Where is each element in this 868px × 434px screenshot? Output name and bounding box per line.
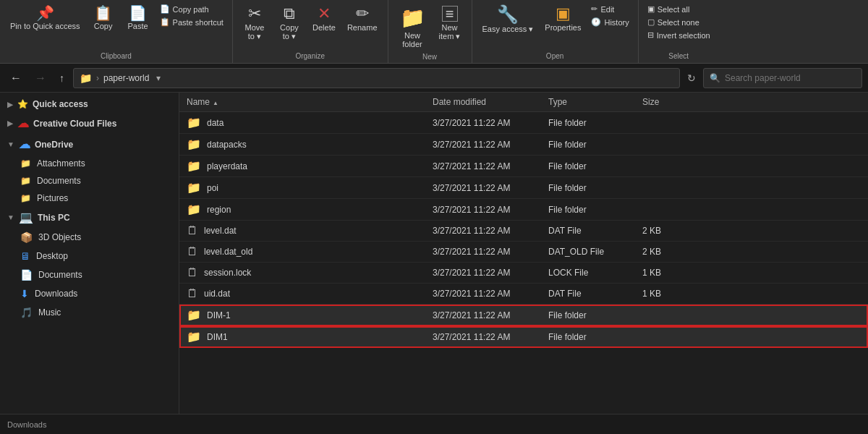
- ribbon-group-select: ▣ Select all ▢ Select none ⊟ Invert sele…: [639, 0, 719, 63]
- sidebar-item-pictures[interactable]: 📁 Pictures: [0, 190, 179, 207]
- file-date: 3/27/2021 11:22 AM: [425, 161, 541, 171]
- newitem-button[interactable]: ≡ Newitem ▾: [434, 3, 466, 44]
- header-size[interactable]: Size: [635, 97, 693, 107]
- copyto-button[interactable]: ⧉ Copyto ▾: [273, 3, 305, 44]
- search-box[interactable]: 🔍: [703, 68, 862, 88]
- file-date: 3/27/2021 11:22 AM: [425, 332, 541, 342]
- pin-button[interactable]: 📌 Pin to Quick access: [6, 3, 85, 33]
- table-row[interactable]: 🗒 level.dat_old 3/27/2021 11:22 AM DAT_O…: [179, 242, 868, 263]
- selectall-button[interactable]: ▣ Select all: [644, 3, 713, 15]
- sidebar-item-documents2[interactable]: 📄 Documents: [0, 265, 179, 284]
- table-row[interactable]: 📁 poi 3/27/2021 11:22 AM File folder: [179, 177, 868, 199]
- pasteshortcut-label: Paste shortcut: [173, 18, 224, 27]
- paste-icon: 📄: [129, 6, 147, 20]
- paste-button[interactable]: 📄 Paste: [122, 3, 154, 33]
- sidebar-item-documents[interactable]: 📁 Documents: [0, 172, 179, 190]
- breadcrumb-arrow: ›: [96, 73, 99, 83]
- file-name: level.dat: [204, 226, 237, 236]
- pin-icon: 📌: [36, 6, 54, 20]
- address-path[interactable]: 📁 › paper-world ▾: [73, 68, 680, 88]
- file-icon: 📁: [187, 116, 201, 129]
- table-row[interactable]: 📁 DIM1 3/27/2021 11:22 AM File folder: [179, 326, 868, 348]
- sidebar-item-quickaccess[interactable]: ▶ ⭐ Quick access: [0, 95, 179, 113]
- copy-button[interactable]: 📋 Copy: [88, 3, 119, 33]
- refresh-button[interactable]: ↻: [684, 69, 699, 87]
- moveto-button[interactable]: ✂ Moveto ▾: [239, 3, 271, 44]
- table-row[interactable]: 🗒 level.dat 3/27/2021 11:22 AM DAT File …: [179, 221, 868, 242]
- file-icon: 📁: [187, 308, 201, 322]
- header-name[interactable]: Name: [179, 97, 425, 107]
- file-name: poi: [207, 183, 218, 193]
- file-date: 3/27/2021 11:22 AM: [425, 183, 541, 193]
- sidebar-item-desktop[interactable]: 🖥 Desktop: [0, 247, 179, 265]
- sidebar-item-downloads[interactable]: ⬇ Downloads: [0, 284, 179, 303]
- path-chevron[interactable]: ▾: [153, 73, 163, 83]
- file-name-cell: 📁 data: [179, 116, 425, 129]
- sidebar-item-thispc[interactable]: ▼ 💻 This PC: [0, 207, 179, 228]
- header-type[interactable]: Type: [541, 97, 635, 107]
- file-type: DAT File: [541, 289, 635, 299]
- easyaccess-button[interactable]: 🔧 Easy access ▾: [478, 3, 538, 37]
- back-button[interactable]: ←: [6, 69, 26, 88]
- delete-label: Delete: [312, 23, 336, 32]
- sidebar-item-onedrive[interactable]: ▼ ☁ OneDrive: [0, 134, 179, 155]
- star-icon: ⭐: [17, 99, 28, 109]
- table-row[interactable]: 📁 region 3/27/2021 11:22 AM File folder: [179, 199, 868, 221]
- table-row[interactable]: 🗒 session.lock 3/27/2021 11:22 AM LOCK F…: [179, 263, 868, 284]
- table-row[interactable]: 📁 DIM-1 3/27/2021 11:22 AM File folder: [179, 305, 868, 326]
- history-button[interactable]: 🕐 History: [588, 16, 631, 28]
- file-size: 1 KB: [635, 289, 693, 299]
- 3dobjects-icon: 📦: [20, 231, 33, 243]
- onedrive-icon: ☁: [19, 137, 30, 151]
- table-row[interactable]: 📁 data 3/27/2021 11:22 AM File folder: [179, 112, 868, 134]
- rename-button[interactable]: ✏ Rename: [343, 3, 382, 35]
- file-icon: 📁: [187, 203, 201, 216]
- file-name-cell: 📁 DIM-1: [179, 308, 425, 322]
- copypath-label: Copy path: [173, 5, 209, 14]
- delete-button[interactable]: ✕ Delete: [308, 3, 340, 35]
- table-row[interactable]: 🗒 uid.dat 3/27/2021 11:22 AM DAT File 1 …: [179, 284, 868, 305]
- sidebar-item-attachments[interactable]: 📁 Attachments: [0, 155, 179, 172]
- sidebar-item-3dobjects[interactable]: 📦 3D Objects: [0, 228, 179, 247]
- invertselection-button[interactable]: ⊟ Invert selection: [644, 29, 713, 41]
- file-name: level.dat_old: [204, 247, 252, 257]
- sidebar: ▶ ⭐ Quick access ▶ ☁ Creative Cloud File…: [0, 93, 179, 414]
- properties-icon: ▣: [556, 6, 571, 22]
- file-icon: 📁: [187, 159, 201, 173]
- newfolder-button[interactable]: 📁 Newfolder: [394, 3, 431, 51]
- file-type: File folder: [541, 205, 635, 215]
- table-row[interactable]: 📁 playerdata 3/27/2021 11:22 AM File fol…: [179, 156, 868, 177]
- sidebar-item-music[interactable]: 🎵 Music: [0, 303, 179, 322]
- invertselection-icon: ⊟: [647, 30, 654, 40]
- edit-button[interactable]: ✏ Edit: [588, 3, 631, 15]
- newfolder-label: Newfolder: [402, 31, 422, 48]
- file-type: File folder: [541, 183, 635, 193]
- header-type-label: Type: [548, 97, 567, 107]
- select-label: Select: [668, 52, 689, 60]
- properties-button[interactable]: ▣ Properties: [540, 3, 585, 35]
- new-items: 📁 Newfolder ≡ Newitem ▾: [394, 3, 466, 51]
- file-name: DIM1: [207, 332, 228, 342]
- copypath-button[interactable]: 📄 Copy path: [157, 3, 226, 15]
- search-input[interactable]: [725, 73, 856, 83]
- documents2-label: Documents: [38, 270, 82, 280]
- file-type: DAT_OLD File: [541, 247, 635, 257]
- header-name-label: Name: [187, 97, 210, 107]
- file-icon: 🗒: [187, 245, 198, 258]
- header-date[interactable]: Date modified: [425, 97, 541, 107]
- file-date: 3/27/2021 11:22 AM: [425, 140, 541, 150]
- table-row[interactable]: 📁 datapacks 3/27/2021 11:22 AM File fold…: [179, 134, 868, 156]
- pasteshortcut-button[interactable]: 📋 Paste shortcut: [157, 16, 226, 28]
- sidebar-item-creativecloud[interactable]: ▶ ☁ Creative Cloud Files: [0, 113, 179, 134]
- selectnone-button[interactable]: ▢ Select none: [644, 16, 713, 28]
- downloads-label: Downloads: [35, 289, 77, 299]
- delete-icon: ✕: [318, 6, 331, 22]
- file-date: 3/27/2021 11:22 AM: [425, 226, 541, 236]
- documents2-icon: 📄: [20, 269, 33, 281]
- file-name-cell: 📁 region: [179, 203, 425, 216]
- music-icon: 🎵: [20, 307, 33, 318]
- file-type: File folder: [541, 140, 635, 150]
- forward-button[interactable]: →: [30, 69, 51, 88]
- up-button[interactable]: ↑: [55, 69, 69, 87]
- file-date: 3/27/2021 11:22 AM: [425, 205, 541, 215]
